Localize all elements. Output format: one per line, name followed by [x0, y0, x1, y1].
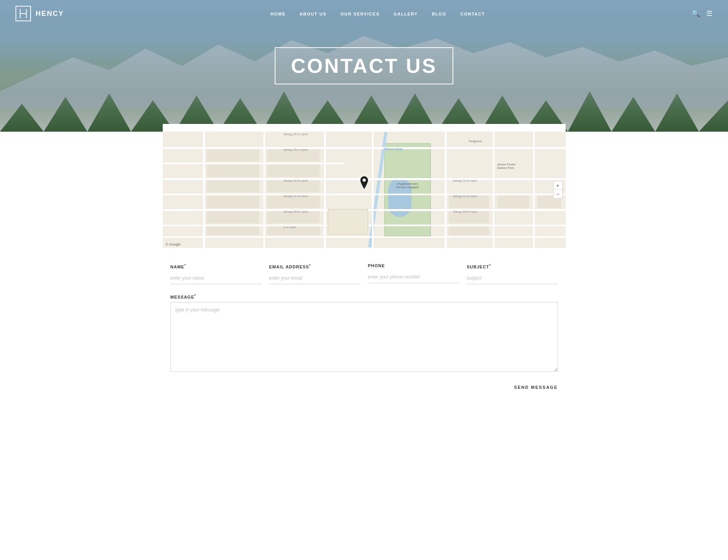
map-block4: [267, 165, 320, 177]
name-input[interactable]: [170, 272, 262, 284]
map-block9: [207, 211, 259, 223]
name-group: NAME*: [170, 263, 262, 284]
hero-title-box: CONTACT US: [275, 47, 453, 84]
email-group: EMAIL ADDRESS*: [269, 263, 360, 284]
map-road-h7: [163, 236, 566, 238]
email-label: EMAIL ADDRESS*: [269, 263, 360, 269]
name-label: NAME*: [170, 263, 262, 269]
map-label-speedway: ИндианаполисМотор Спидвей: [384, 182, 431, 189]
phone-input[interactable]: [368, 271, 459, 283]
message-group: MESSAGE*: [170, 294, 558, 372]
form-row-2: MESSAGE*: [170, 294, 558, 372]
map-zoom-controls: + −: [553, 181, 563, 199]
map-label-8: Запад 22-й стрит: [453, 179, 477, 182]
map-label-1: Запад 25-я стрит: [284, 132, 308, 136]
contact-form: NAME* EMAIL ADDRESS* PHONE SUBJECT*: [163, 263, 566, 393]
map-label-falcon: Фалкон-Крик: [384, 147, 403, 151]
form-row-1: NAME* EMAIL ADDRESS* PHONE SUBJECT*: [170, 263, 558, 284]
subject-input[interactable]: [467, 272, 558, 284]
nav-services[interactable]: OUR SERVICES: [341, 12, 380, 16]
map-label-5: Запад 20-й стрит: [284, 210, 308, 213]
logo-svg: [17, 7, 29, 20]
form-submit-row: SEND MESSAGE: [170, 381, 558, 393]
nav-links: HOME ABOUT US OUR SERVICES GALLERY BLOG …: [270, 10, 485, 17]
map-road-h4: [163, 194, 566, 195]
map-road-v7: [533, 132, 535, 248]
map-road-v6: [493, 132, 494, 248]
logo-icon: [15, 6, 31, 21]
map-speedway: [328, 209, 368, 234]
subject-group: SUBJECT*: [467, 263, 558, 284]
site-name: HENCY: [36, 10, 64, 18]
map-lake2: [392, 194, 408, 217]
nav-gallery[interactable]: GALLERY: [394, 12, 418, 16]
content-area: Запад 25-я стрит Запад 25-я стрит Запад …: [163, 124, 566, 417]
map-road-v3: [324, 132, 326, 248]
nav-blog[interactable]: BLOG: [432, 12, 446, 16]
message-label: MESSAGE*: [170, 294, 558, 299]
phone-label: PHONE: [368, 263, 459, 268]
map-zoom-in[interactable]: +: [554, 181, 562, 190]
map-road-v4: [372, 132, 373, 248]
map-container[interactable]: Запад 25-я стрит Запад 25-я стрит Запад …: [163, 132, 566, 248]
map-label-2: Запад 25-я стрит: [284, 148, 308, 151]
navbar-icons: 🔍 ☰: [692, 9, 713, 18]
phone-group: PHONE: [368, 263, 459, 284]
map-road-h2: [163, 163, 344, 164]
map-label-4: Запад 21-й стрит: [284, 194, 308, 198]
email-input[interactable]: [269, 272, 360, 284]
navbar: HENCY HOME ABOUT US OUR SERVICES GALLERY…: [0, 0, 728, 27]
message-input[interactable]: [170, 302, 558, 372]
map-background: Запад 25-я стрит Запад 25-я стрит Запад …: [163, 132, 566, 248]
svg-point-0: [362, 179, 365, 182]
nav-home[interactable]: HOME: [270, 12, 286, 16]
hero-title: CONTACT US: [291, 54, 437, 77]
map-block11: [207, 227, 259, 235]
map-block7: [207, 196, 259, 208]
map-label-9: 5-я стрит: [284, 225, 297, 229]
logo[interactable]: HENCY: [15, 6, 64, 21]
send-button[interactable]: SEND MESSAGE: [514, 381, 558, 393]
map-zoom-out[interactable]: −: [554, 190, 562, 198]
map-block16: [497, 196, 529, 208]
map-attribution: © Google: [166, 242, 181, 246]
map-label-3: Запад 22-й стрит: [284, 179, 308, 182]
map-road-v1: [203, 132, 205, 248]
search-icon[interactable]: 🔍: [692, 9, 700, 18]
map-block5: [207, 180, 259, 192]
map-label-6: Запад 20-й стрит: [453, 210, 477, 213]
map-label-gaines: James FosterGaines Park: [497, 163, 516, 170]
nav-contact[interactable]: CONTACT: [460, 12, 485, 16]
map-label-ferguson: Ferguson: [469, 139, 482, 143]
menu-icon[interactable]: ☰: [706, 9, 713, 18]
map-pin-svg: [359, 176, 370, 190]
map-block15: [449, 227, 489, 235]
map-pin: [359, 176, 370, 190]
map-block3: [207, 165, 259, 177]
map-label-7: Запад 21-й стрит: [453, 194, 477, 198]
map-block1: [207, 149, 259, 161]
map-road-v5: [445, 132, 447, 248]
nav-about[interactable]: ABOUT US: [299, 12, 326, 16]
subject-label: SUBJECT*: [467, 263, 558, 269]
map-road-v2: [263, 132, 265, 248]
